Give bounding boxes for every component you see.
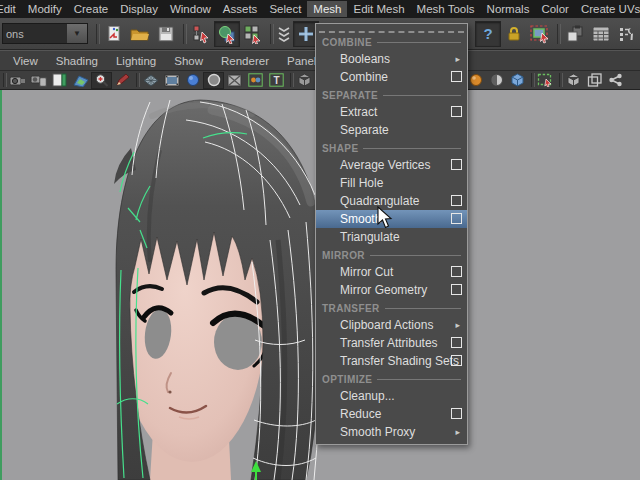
menu-item-clipboard-actions[interactable]: Clipboard Actions ▸ bbox=[316, 316, 467, 334]
menu-item-separate[interactable]: Separate bbox=[316, 121, 467, 139]
panel-menu-lighting[interactable]: Lighting bbox=[107, 53, 165, 69]
option-box[interactable] bbox=[451, 159, 462, 170]
snap-modes-icon[interactable] bbox=[275, 21, 293, 47]
half-shade-icon[interactable] bbox=[486, 72, 507, 89]
toolbar-separator[interactable] bbox=[181, 22, 186, 46]
option-box[interactable] bbox=[451, 195, 462, 206]
film-gate-icon[interactable] bbox=[161, 72, 182, 89]
menu-item-triangulate[interactable]: Triangulate bbox=[316, 228, 467, 246]
highlight-selection-icon[interactable] bbox=[527, 21, 553, 47]
menubar-item-select[interactable]: Select bbox=[263, 1, 307, 17]
option-box[interactable] bbox=[451, 213, 462, 224]
menu-item-booleans[interactable]: Booleans ▸ bbox=[316, 50, 467, 68]
toolbar-separator[interactable] bbox=[94, 22, 99, 46]
menubar-item-create[interactable]: Create bbox=[68, 1, 115, 17]
menu-item-extract[interactable]: Extract bbox=[316, 103, 467, 121]
orange-material-icon[interactable] bbox=[465, 72, 486, 89]
menuset-value: ons bbox=[3, 28, 67, 40]
toolbar-separator[interactable] bbox=[555, 22, 560, 46]
flat-circle-icon[interactable] bbox=[203, 72, 224, 89]
option-box[interactable] bbox=[451, 106, 462, 117]
menu-item-fill-hole[interactable]: Fill Hole bbox=[316, 174, 467, 192]
zoom-select-icon[interactable] bbox=[91, 72, 112, 89]
menu-item-smooth[interactable]: Smooth bbox=[316, 210, 467, 228]
grid-plane-icon[interactable] bbox=[140, 72, 161, 89]
isolate-cube-icon[interactable] bbox=[294, 72, 315, 89]
multi-component-icon[interactable] bbox=[605, 72, 626, 89]
submenu-arrow-icon: ▸ bbox=[455, 54, 460, 64]
tool-settings-icon[interactable] bbox=[614, 21, 640, 47]
shaded-sphere-icon[interactable] bbox=[182, 72, 203, 89]
menu-section-shape: SHAPE bbox=[316, 141, 467, 156]
menubar-item-assets[interactable]: Assets bbox=[217, 1, 264, 17]
menu-item-transfer-shading-sets[interactable]: Transfer Shading Sets bbox=[316, 352, 467, 370]
camera-attributes-icon[interactable] bbox=[28, 72, 49, 89]
menubar-item-modify[interactable]: Modify bbox=[22, 1, 68, 17]
select-by-hierarchy-icon[interactable] bbox=[188, 21, 214, 47]
option-box[interactable] bbox=[451, 266, 462, 277]
menu-item-combine[interactable]: Combine bbox=[316, 68, 467, 86]
menubar-item-mesh[interactable]: Mesh bbox=[307, 1, 347, 17]
maya-window: Edit Modify Create Display Window Assets… bbox=[0, 0, 640, 480]
panel-menu-shading[interactable]: Shading bbox=[47, 53, 107, 69]
menu-item-mirror-geometry[interactable]: Mirror Geometry bbox=[316, 281, 467, 299]
menubar-item-edit[interactable]: Edit bbox=[0, 1, 22, 17]
pan-camera-icon[interactable] bbox=[7, 72, 28, 89]
option-box[interactable] bbox=[451, 71, 462, 82]
viewport-toolbar-separator[interactable] bbox=[134, 73, 139, 87]
menubar-item-display[interactable]: Display bbox=[114, 1, 164, 17]
menu-item-transfer-attributes[interactable]: Transfer Attributes bbox=[316, 334, 467, 352]
toolbar-separator[interactable] bbox=[268, 22, 273, 46]
panel-menu-show[interactable]: Show bbox=[165, 53, 212, 69]
select-by-component-icon[interactable] bbox=[240, 21, 266, 47]
save-scene-icon[interactable] bbox=[153, 21, 179, 47]
lock-icon[interactable] bbox=[501, 21, 527, 47]
select-by-object-icon[interactable] bbox=[214, 21, 240, 47]
menubar-item-create-uvs[interactable]: Create UVs bbox=[575, 1, 640, 17]
menubar-item-window[interactable]: Window bbox=[164, 1, 217, 17]
menuset-dropdown[interactable]: ons ▼ bbox=[2, 23, 88, 44]
panel-menu-view[interactable]: View bbox=[4, 53, 47, 69]
menubar-item-mesh-tools[interactable]: Mesh Tools bbox=[411, 1, 481, 17]
pencil-icon[interactable] bbox=[112, 72, 133, 89]
menu-tearoff-handle[interactable] bbox=[319, 25, 464, 33]
option-box[interactable] bbox=[451, 337, 462, 348]
viewport-toolbar-separator[interactable] bbox=[557, 73, 562, 87]
spreadsheet-icon[interactable] bbox=[588, 21, 614, 47]
submenu-arrow-icon: ▸ bbox=[455, 427, 460, 437]
blue-cube-icon[interactable] bbox=[507, 72, 528, 89]
menu-item-mirror-cut[interactable]: Mirror Cut bbox=[316, 263, 467, 281]
option-box[interactable] bbox=[451, 408, 462, 419]
active-viewport-border bbox=[0, 90, 2, 480]
menu-item-average-vertices[interactable]: Average Vertices bbox=[316, 156, 467, 174]
panel-menu-renderer[interactable]: Renderer bbox=[212, 53, 278, 69]
menubar-item-edit-mesh[interactable]: Edit Mesh bbox=[347, 1, 410, 17]
isolate-select-icon[interactable] bbox=[563, 72, 584, 89]
svg-text:T: T bbox=[273, 75, 279, 86]
viewport-toolbar-separator[interactable] bbox=[288, 73, 293, 87]
selection-box-icon[interactable] bbox=[535, 72, 556, 89]
snapshot-icon[interactable] bbox=[562, 21, 588, 47]
option-box[interactable] bbox=[451, 284, 462, 295]
menu-item-quadrangulate[interactable]: Quadrangulate bbox=[316, 192, 467, 210]
menu-item-cleanup[interactable]: Cleanup... bbox=[316, 387, 467, 405]
image-plane-icon[interactable] bbox=[70, 72, 91, 89]
help-icon[interactable]: ? bbox=[475, 21, 501, 47]
menu-section-optimize: OPTIMIZE bbox=[316, 372, 467, 387]
menubar-item-color[interactable]: Color bbox=[535, 1, 574, 17]
menu-item-smooth-proxy[interactable]: Smooth Proxy ▸ bbox=[316, 423, 467, 441]
option-box[interactable] bbox=[451, 355, 462, 366]
open-scene-icon[interactable] bbox=[127, 21, 153, 47]
textured-icon[interactable] bbox=[224, 72, 245, 89]
menu-item-reduce[interactable]: Reduce bbox=[316, 405, 467, 423]
menubar-item-normals[interactable]: Normals bbox=[481, 1, 536, 17]
new-scene-icon[interactable] bbox=[101, 21, 127, 47]
texture-view-icon[interactable]: T bbox=[266, 72, 287, 89]
dropdown-arrow-icon[interactable]: ▼ bbox=[67, 24, 87, 43]
viewport-toolbar-separator[interactable] bbox=[529, 73, 534, 87]
viewport-toolbar-separator[interactable] bbox=[1, 73, 6, 87]
use-lights-icon[interactable] bbox=[245, 72, 266, 89]
bookmark-icon[interactable] bbox=[49, 72, 70, 89]
menu-section-transfer: TRANSFER bbox=[316, 301, 467, 316]
layered-view-icon[interactable] bbox=[584, 72, 605, 89]
